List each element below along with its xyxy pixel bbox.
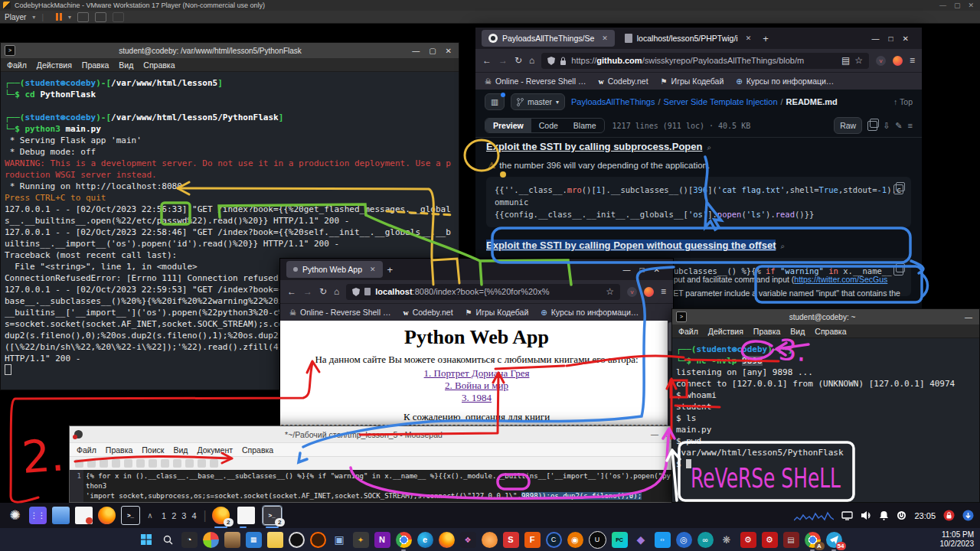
file-explorer[interactable] <box>267 532 283 548</box>
bell-icon[interactable] <box>879 510 889 520</box>
tab-python-web-app[interactable]: Python Web App ✕ <box>286 261 383 278</box>
new-file-icon[interactable] <box>75 459 83 468</box>
heading-subprocess-popen[interactable]: Exploit the SSTI by calling subprocess.P… <box>486 141 702 152</box>
screen-lock-icon[interactable] <box>943 510 955 521</box>
menu-item[interactable]: Справка <box>242 445 273 455</box>
copy-file-icon[interactable] <box>867 121 877 131</box>
workspace-2[interactable]: 2 <box>170 511 178 520</box>
pwa-home-icon[interactable]: ⌂ <box>334 286 339 297</box>
branch-button[interactable]: master ▾ <box>511 93 565 110</box>
orange-ring-app[interactable] <box>310 532 326 548</box>
menu-item[interactable]: Поиск <box>142 445 164 455</box>
copy-code-icon[interactable] <box>893 184 903 194</box>
pause-button[interactable] <box>56 13 62 21</box>
menu-item[interactable]: Вид <box>790 327 805 336</box>
pycharm[interactable]: PC <box>612 532 628 548</box>
ff1-maximize-icon[interactable]: □ <box>889 34 893 43</box>
task-firefox[interactable]: 2 <box>212 507 230 524</box>
find-icon[interactable] <box>198 459 206 468</box>
pwa-new-tab-button[interactable]: + <box>387 264 394 276</box>
terminal-launcher[interactable]: >_ <box>121 506 140 525</box>
back-to-top-link[interactable]: ↑ Top <box>893 97 913 106</box>
kali-menu[interactable]: ✺ <box>6 507 24 524</box>
pwa-account-icon[interactable] <box>644 287 654 297</box>
mousepad-maximize-icon[interactable]: □ <box>666 430 671 439</box>
virtualbox[interactable]: ▣ <box>332 532 348 548</box>
menu-item[interactable]: Файл <box>77 445 96 455</box>
workspace-1[interactable]: 1 <box>160 511 168 520</box>
start-button[interactable] <box>139 532 155 548</box>
bookmark-skull[interactable]: Online - Reverse Shell … <box>289 308 390 317</box>
calendar-app[interactable]: ▦ <box>246 532 262 548</box>
terminal1-close-icon[interactable]: ✕ <box>446 47 452 55</box>
back-icon[interactable]: ← <box>482 55 492 66</box>
unreal-engine[interactable]: U <box>589 531 606 549</box>
menu-item[interactable]: Правка <box>106 445 132 455</box>
forward-icon[interactable]: → <box>498 55 508 66</box>
vmware-maximize-icon[interactable]: ▢ <box>954 2 961 9</box>
pwa-tab-close-icon[interactable]: ✕ <box>370 266 376 273</box>
terminal2-minimize-icon[interactable]: — <box>965 313 972 321</box>
pocket-icon[interactable]: v <box>876 56 886 66</box>
view-switcher[interactable]: Preview Code Blame <box>485 118 605 133</box>
task-terminal[interactable]: >_2 <box>263 506 282 525</box>
ff1-close-icon[interactable]: ✕ <box>903 34 909 43</box>
book-link[interactable]: 1. Портрет Дориана Грея <box>280 367 673 380</box>
volume-icon[interactable] <box>861 510 871 520</box>
edit-pencil-icon[interactable]: ✎ <box>895 121 902 131</box>
red-card-app[interactable]: ▤ <box>783 532 799 548</box>
visual-studio[interactable]: ◆ <box>633 532 649 548</box>
menu-icon[interactable]: ≡ <box>910 55 915 66</box>
panel-collapse[interactable]: ∧ <box>145 507 155 524</box>
arduino[interactable]: ∞ <box>697 532 714 548</box>
pwa-menu-icon[interactable]: ≡ <box>661 286 666 297</box>
reader-mode-icon[interactable]: ▤ <box>841 55 850 66</box>
save-as-icon[interactable] <box>112 459 120 468</box>
replace-icon[interactable] <box>210 459 218 468</box>
bookmark-flag[interactable]: Игры Кодебай <box>466 308 529 317</box>
red-gear-app-1[interactable]: ⚙ <box>740 532 756 548</box>
anchor-link-icon-2[interactable]: ⌕ <box>780 242 785 251</box>
undo-icon[interactable] <box>136 459 145 468</box>
cut-icon[interactable] <box>161 459 169 468</box>
paste-icon[interactable] <box>185 459 194 468</box>
send-cad-button[interactable] <box>77 12 89 22</box>
open-file-icon[interactable] <box>87 459 96 468</box>
pwa-back-icon[interactable]: ← <box>287 286 296 297</box>
menu-item[interactable]: Справка <box>815 327 846 336</box>
windows-clock[interactable]: 11:05 PM 10/2/2023 <box>940 530 975 549</box>
mousepad-minimize-icon[interactable]: — <box>651 430 658 439</box>
menu-item[interactable]: Документ <box>197 445 233 455</box>
tab-localhost-phptwig[interactable]: localhost/lesson5/PHPTwig/i ✕ <box>618 30 758 47</box>
pwa-bookmark-star-icon[interactable]: ☆ <box>606 286 614 297</box>
book-link[interactable]: 3. 1984 <box>280 392 673 404</box>
reload-icon[interactable]: ↻ <box>514 55 522 66</box>
fullscreen-button[interactable] <box>95 12 106 22</box>
firefox-account-icon[interactable] <box>893 56 903 66</box>
raw-button[interactable]: Raw <box>834 117 862 134</box>
davinci-resolve[interactable]: ❖ <box>460 532 476 548</box>
menu-item[interactable]: Справка <box>143 60 175 70</box>
download-icon[interactable]: ⇩ <box>883 121 890 131</box>
terminal1-minimize-icon[interactable]: — <box>412 47 420 55</box>
mousepad-editor[interactable]: 1 {% for x in ().__class__.__base__.__su… <box>70 470 677 502</box>
book-link[interactable]: 2. Война и мир <box>280 380 673 392</box>
tab-payloadsallthethings[interactable]: PayloadsAllTheThings/Se ✕ <box>482 30 615 47</box>
terminal2-titlebar[interactable]: > student@codeby: ~ — <box>672 309 979 324</box>
pwa-reload-icon[interactable]: ↻ <box>319 286 327 297</box>
gauge-app[interactable]: ◔ <box>181 532 198 548</box>
home-icon[interactable]: ⌂ <box>529 55 534 66</box>
firefox[interactable] <box>439 532 455 548</box>
ring-app[interactable] <box>289 532 305 548</box>
bookmark-globe[interactable]: Курсы по информаци… <box>736 77 834 86</box>
vmware-minimize-icon[interactable]: — <box>939 2 946 9</box>
pwa-maximize-icon[interactable]: □ <box>640 266 645 274</box>
anchor-link-icon[interactable]: ⌕ <box>707 143 711 152</box>
vmware-window-controls[interactable]: — ▢ ✕ <box>939 2 980 9</box>
new-tab-button[interactable]: + <box>763 33 769 44</box>
blender[interactable]: ◉ <box>567 532 583 548</box>
bookmark-w[interactable]: Codeby.net <box>598 77 648 86</box>
menu-item[interactable]: Действия <box>37 60 72 70</box>
menu-item[interactable]: Файл <box>678 327 698 336</box>
cinema4d[interactable]: C <box>546 532 562 548</box>
